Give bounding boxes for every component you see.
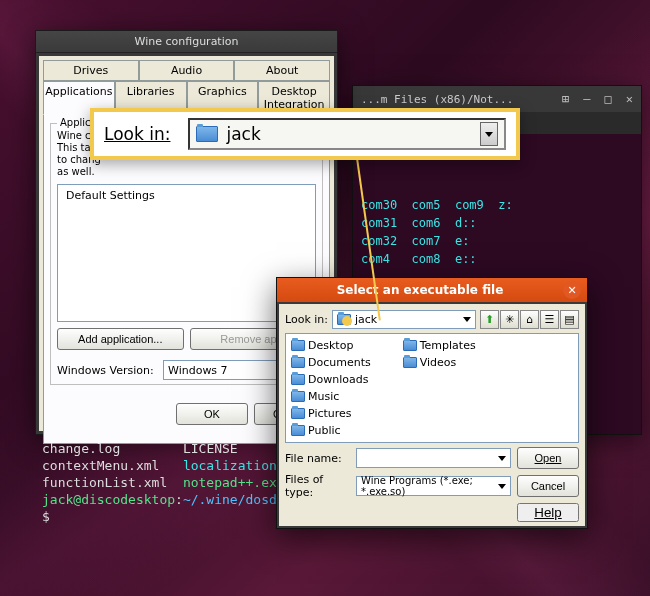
file-list[interactable]: Desktop Documents Downloads Music Pictur… <box>285 333 579 443</box>
folder-item-public[interactable]: Public <box>290 423 372 438</box>
filename-input[interactable] <box>356 448 511 468</box>
ok-button[interactable]: OK <box>176 403 248 425</box>
terminal-min-icon[interactable]: — <box>583 92 590 106</box>
file-dialog-title: Select an executable file <box>277 283 563 297</box>
folder-icon <box>291 357 305 368</box>
terminal-max-icon[interactable]: □ <box>605 92 612 106</box>
terminal-newtab-icon[interactable]: ⊞ <box>562 92 569 106</box>
lookin-value: jack <box>355 313 377 326</box>
callout-combo[interactable]: jack <box>188 118 506 150</box>
list-view-icon[interactable]: ☰ <box>540 310 559 329</box>
up-folder-icon[interactable]: ⬆ <box>480 310 499 329</box>
filetype-label: Files of type: <box>285 473 350 499</box>
folder-icon <box>403 357 417 368</box>
add-application-button[interactable]: Add application... <box>57 328 184 350</box>
folder-icon <box>196 126 218 142</box>
chevron-down-icon <box>463 317 471 322</box>
folder-item-videos[interactable]: Videos <box>402 355 477 370</box>
callout-pointer-dot <box>342 316 352 326</box>
chevron-down-icon <box>498 484 506 489</box>
callout-label: Look in: <box>104 124 170 144</box>
open-button[interactable]: Open <box>517 447 579 469</box>
details-view-icon[interactable]: ▤ <box>560 310 579 329</box>
windows-version-value: Windows 7 <box>168 364 228 377</box>
terminal-title: ...m Files (x86)/Not... <box>361 93 513 106</box>
close-icon[interactable]: ✕ <box>563 281 581 299</box>
callout-highlight: Look in: jack <box>90 108 520 160</box>
folder-item-music[interactable]: Music <box>290 389 372 404</box>
help-button[interactable]: Help <box>517 503 579 522</box>
folder-item-templates[interactable]: Templates <box>402 338 477 353</box>
lookin-combo[interactable]: jack <box>332 310 476 329</box>
cancel-button[interactable]: Cancel <box>517 475 579 497</box>
callout-value: jack <box>226 124 260 144</box>
folder-item-desktop[interactable]: Desktop <box>290 338 372 353</box>
file-dialog: Select an executable file ✕ Look in: jac… <box>276 277 588 529</box>
filename-label: File name: <box>285 452 350 465</box>
folder-item-pictures[interactable]: Pictures <box>290 406 372 421</box>
winecfg-tabrow-top: Drives Audio About <box>43 60 330 81</box>
chevron-down-icon[interactable] <box>480 122 498 146</box>
folder-icon <box>291 391 305 402</box>
tab-drives[interactable]: Drives <box>43 60 139 81</box>
folder-icon <box>291 340 305 351</box>
folder-icon <box>291 408 305 419</box>
folder-item-documents[interactable]: Documents <box>290 355 372 370</box>
lookin-label: Look in: <box>285 313 328 326</box>
new-folder-icon[interactable]: ✳ <box>500 310 519 329</box>
windows-version-label: Windows Version: <box>57 364 157 377</box>
chevron-down-icon <box>498 456 506 461</box>
tab-audio[interactable]: Audio <box>139 60 235 81</box>
filetype-select[interactable]: Wine Programs (*.exe; *.exe.so) <box>356 476 511 496</box>
folder-icon <box>403 340 417 351</box>
home-icon[interactable]: ⌂ <box>520 310 539 329</box>
file-dialog-titlebar: Select an executable file ✕ <box>277 278 587 302</box>
folder-item-downloads[interactable]: Downloads <box>290 372 372 387</box>
folder-icon <box>291 374 305 385</box>
folder-icon <box>291 425 305 436</box>
list-item[interactable]: Default Settings <box>60 187 313 204</box>
terminal-close-icon[interactable]: ✕ <box>626 92 633 106</box>
winecfg-titlebar: Wine configuration <box>36 31 337 53</box>
tab-about[interactable]: About <box>234 60 330 81</box>
